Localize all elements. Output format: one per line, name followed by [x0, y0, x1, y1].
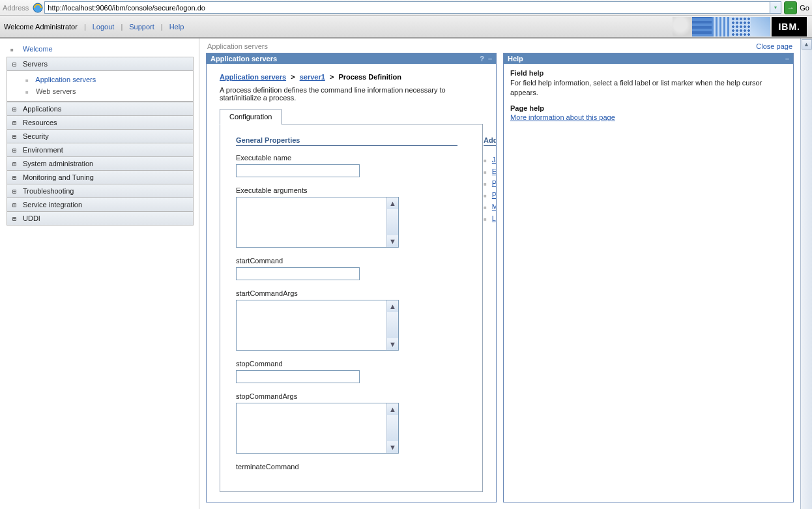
field-executable-name: Executable name — [236, 154, 457, 177]
scroll-down-icon[interactable]: ▼ — [386, 338, 398, 350]
expand-icon: ⊞ — [11, 147, 18, 154]
expand-icon: ⊞ — [11, 174, 18, 181]
help-panel-title-bar: Help – — [504, 53, 793, 64]
list-item: ■Monitoring Policy — [484, 201, 496, 212]
tab-configuration[interactable]: Configuration — [220, 109, 282, 124]
close-page-link[interactable]: Close page — [756, 42, 792, 50]
browser-address-bar: Address ▾ → Go — [0, 0, 812, 16]
breadcrumb-current: Process Definition — [338, 73, 401, 81]
expand-icon: ⊞ — [11, 119, 18, 126]
label-terminate-command: terminateCommand — [236, 463, 457, 471]
expand-icon: ⊞ — [11, 133, 18, 140]
nav-label: Welcome — [23, 45, 53, 53]
panel-title-bar: Application servers ? – — [207, 53, 496, 64]
sidebar-section-service-integration[interactable]: ⊞Service integration — [7, 198, 194, 212]
content-flex: Application servers ? – Application serv… — [199, 53, 800, 509]
breadcrumb-link-server1[interactable]: server1 — [300, 73, 325, 81]
minimize-icon[interactable]: – — [488, 55, 492, 63]
help-field-text: For field help information, select a fie… — [510, 78, 787, 98]
help-link[interactable]: Help — [169, 23, 184, 31]
link-environment-entries[interactable]: Environment Entries — [492, 167, 496, 175]
nav-label: Service integration — [23, 201, 82, 209]
field-stop-command: stopCommand — [236, 360, 457, 383]
sidebar-section-servers[interactable]: ⊟ Servers — [7, 57, 194, 71]
sidebar-section-system-administration[interactable]: ⊞System administration — [7, 157, 194, 171]
list-item: ■Process Logs — [484, 189, 496, 201]
list-item: ■Logging and Tracing — [484, 212, 496, 224]
go-label: Go — [800, 4, 809, 12]
sidebar-section-uddi[interactable]: ⊞UDDI — [7, 212, 194, 225]
separator: | — [161, 23, 163, 31]
bullet-icon: ■ — [484, 193, 487, 199]
crumb-left: Application servers — [207, 42, 268, 50]
sidebar-section-resources[interactable]: ⊞Resources — [7, 116, 194, 130]
expand-icon: ⊞ — [11, 106, 18, 113]
help-page-heading: Page help — [510, 104, 787, 112]
link-process-execution[interactable]: Process Execution — [492, 179, 496, 187]
field-start-command: startCommand — [236, 257, 457, 280]
sidebar-item-web-servers[interactable]: ■ Web servers — [16, 85, 193, 97]
nav-label: Monitoring and Tuning — [23, 173, 94, 181]
textarea-start-command-args[interactable] — [237, 300, 386, 350]
tab-container: Configuration General Properties Executa… — [220, 108, 483, 492]
link-monitoring-policy[interactable]: Monitoring Policy — [492, 203, 496, 211]
input-stop-command[interactable] — [236, 370, 360, 383]
list-item: ■Process Execution — [484, 177, 496, 189]
help-icon[interactable]: ? — [480, 55, 484, 63]
minimize-icon[interactable]: – — [785, 55, 789, 63]
scroll-up-button[interactable]: ▲ — [802, 39, 812, 50]
sidebar-section-monitoring-tuning[interactable]: ⊞Monitoring and Tuning — [7, 171, 194, 184]
link-process-logs[interactable]: Process Logs — [492, 191, 496, 199]
main-panel: Application servers ? – Application serv… — [206, 53, 497, 502]
field-terminate-command: terminateCommand — [236, 463, 457, 471]
address-dropdown[interactable]: ▾ — [770, 1, 781, 14]
additional-properties-list: ■Java Virtual Machine ■Environment Entri… — [484, 154, 496, 224]
general-properties-column: General Properties Executable name Execu… — [236, 136, 457, 480]
sidebar-section-troubleshooting[interactable]: ⊞Troubleshooting — [7, 184, 194, 198]
help-field-heading: Field help — [510, 69, 787, 77]
panel-body: Application servers > server1 > Process … — [207, 64, 496, 502]
textarea-stop-command-args[interactable] — [237, 403, 386, 453]
breadcrumb-link-application-servers[interactable]: Application servers — [220, 73, 286, 81]
input-executable-name[interactable] — [236, 164, 360, 177]
bullet-icon: ■ — [25, 78, 29, 83]
scroll-up-icon[interactable]: ▲ — [386, 197, 398, 209]
sidebar-item-welcome[interactable]: ■ Welcome — [7, 41, 194, 57]
scroll-up-icon[interactable]: ▲ — [386, 403, 398, 415]
bullet-icon: ■ — [484, 216, 487, 222]
label-stop-command: stopCommand — [236, 360, 457, 368]
expand-icon: ⊞ — [11, 215, 18, 222]
sidebar-section-security[interactable]: ⊞Security — [7, 130, 194, 143]
logout-link[interactable]: Logout — [93, 23, 115, 31]
label-start-command-args: startCommandArgs — [236, 289, 457, 297]
link-java-virtual-machine[interactable]: Java Virtual Machine — [492, 156, 496, 164]
ibm-logo: IBM. — [772, 17, 807, 36]
vertical-scrollbar[interactable]: ▲ — [800, 38, 812, 509]
arrow-right-icon: → — [787, 4, 794, 12]
sidebar-item-application-servers[interactable]: ■ Application servers — [16, 74, 193, 85]
expand-icon: ⊞ — [11, 188, 18, 195]
nav-label: Troubleshooting — [23, 187, 74, 195]
scroll-up-icon[interactable]: ▲ — [386, 300, 398, 312]
textarea-executable-arguments[interactable] — [237, 197, 386, 247]
link-logging-tracing[interactable]: Logging and Tracing — [492, 214, 496, 222]
address-input[interactable] — [44, 1, 770, 14]
scroll-down-icon[interactable]: ▼ — [386, 235, 398, 247]
help-panel-body: Field help For field help information, s… — [504, 64, 793, 126]
help-page-link[interactable]: More information about this page — [510, 113, 615, 121]
additional-properties-header: Additional Properties — [484, 136, 496, 146]
separator: | — [84, 23, 86, 31]
address-label: Address — [3, 4, 29, 12]
breadcrumb-sep: > — [291, 73, 295, 81]
expand-icon: ⊞ — [11, 201, 18, 209]
label-start-command: startCommand — [236, 257, 457, 265]
sidebar-section-applications[interactable]: ⊞Applications — [7, 102, 194, 116]
go-button[interactable]: → — [784, 1, 797, 14]
input-start-command[interactable] — [236, 267, 360, 280]
scroll-down-icon[interactable]: ▼ — [386, 441, 398, 453]
breadcrumb: Application servers > server1 > Process … — [220, 73, 483, 81]
support-link[interactable]: Support — [129, 23, 154, 31]
bullet-icon: ■ — [484, 205, 487, 211]
sidebar-section-environment[interactable]: ⊞Environment — [7, 143, 194, 157]
sidebar-sub-servers: ■ Application servers ■ Web servers — [7, 71, 194, 102]
